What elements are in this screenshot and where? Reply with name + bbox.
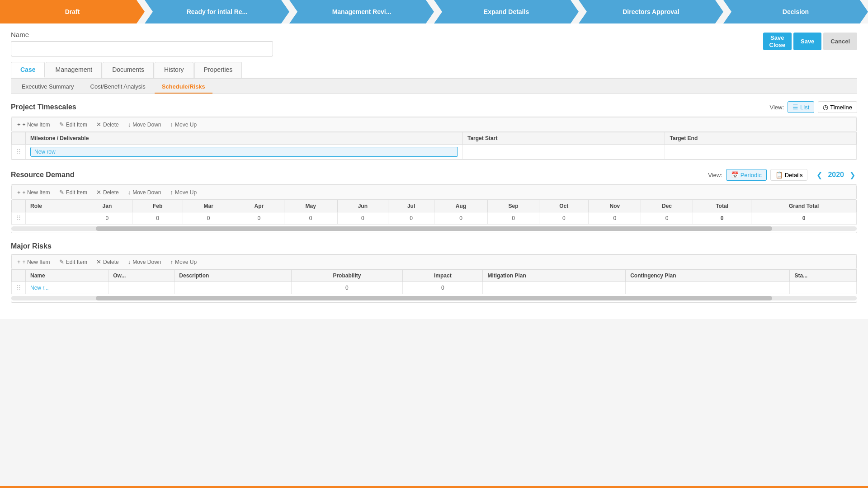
resource-new-item-button[interactable]: + + New Item [15,188,52,197]
scrollbar-thumb [96,226,772,231]
secondary-tabs: Executive Summary Cost/Benefit Analysis … [11,79,857,94]
resource-move-down-button[interactable]: ↓ Move Down [126,188,163,197]
workflow-step-ready[interactable]: Ready for intial Re... [145,0,289,23]
tab-cost-benefit[interactable]: Cost/Benefit Analysis [83,80,153,94]
major-risks-title: Major Risks [11,242,52,250]
tab-case[interactable]: Case [11,62,45,78]
project-timescales-header: Project Timescales View: ☰ List ◷ Timeli… [11,101,857,113]
resource-demand-header: Resource Demand View: 📅 Periodic 📋 Detai… [11,169,857,181]
risk-name-cell: New r... [30,285,49,291]
save-button[interactable]: Save [793,33,821,50]
col-risk-prob: Probability [291,270,402,282]
drag-handle-r[interactable]: ⠿ [16,215,21,222]
periodic-icon: 📅 [731,171,739,178]
tab-properties[interactable]: Properties [194,62,242,78]
move-up-icon: ↑ [170,121,174,128]
workflow-step-draft[interactable]: Draft [0,0,145,23]
risks-move-up-button[interactable]: ↑ Move Up [169,258,199,266]
risks-new-item-button[interactable]: + + New Item [15,258,52,266]
name-row: Name Save Close Save Cancel [11,31,857,56]
col-risk-status: Sta... [790,270,857,282]
view-timeline-button[interactable]: ◷ Timeline [818,101,857,113]
move-up-icon-r: ↑ [170,189,174,196]
tab-schedule-risks[interactable]: Schedule/Risks [155,80,212,94]
col-risk-desc: Description [175,270,291,282]
risk-prob-cell: 0 [291,282,402,294]
major-risks-table-wrapper: + + New Item ✎ Edit Item ✕ Delete ↓ Move… [11,254,857,303]
workflow-step-decision[interactable]: Decision [723,0,868,23]
details-icon: 📋 [775,171,783,178]
col-jun: Jun [337,200,388,212]
action-buttons: Save Close Save Cancel [763,33,857,50]
workflow-step-directors[interactable]: Directors Approval [579,0,723,23]
name-label: Name [11,31,763,38]
move-down-icon-rk: ↓ [128,258,131,265]
timescales-move-down-button[interactable]: ↓ Move Down [126,120,163,129]
table-row: ⠿ 0 0 0 0 0 0 0 0 0 0 0 [12,212,857,225]
delete-icon-rk: ✕ [96,258,101,265]
col-feb: Feb [132,200,183,212]
col-aug: Aug [434,200,488,212]
risks-scrollbar-thumb [96,296,772,300]
move-up-icon-rk: ↑ [170,258,174,265]
workflow-step-expand[interactable]: Expand Details [434,0,579,23]
new-icon-rk: + [17,258,21,265]
save-close-button[interactable]: Save Close [763,33,792,50]
year-label: 2020 [828,171,844,179]
resource-move-up-button[interactable]: ↑ Move Up [169,188,199,197]
tab-documents[interactable]: Documents [103,62,154,78]
timescales-move-up-button[interactable]: ↑ Move Up [169,120,199,129]
tab-history[interactable]: History [155,62,193,78]
col-risk-mitigation: Mitigation Plan [483,270,626,282]
year-prev-button[interactable]: ❮ [815,171,824,179]
risks-delete-button[interactable]: ✕ Delete [94,258,121,266]
timescales-new-item-button[interactable]: + + New Item [15,120,52,129]
workflow-bar: Draft Ready for intial Re... Management … [0,0,868,23]
view-label-timescales: View: [770,104,784,111]
drag-handle[interactable]: ⠿ [16,148,21,155]
project-timescales-section: Project Timescales View: ☰ List ◷ Timeli… [11,101,857,160]
table-row: ⠿ New r... 0 0 [12,282,857,294]
col-risk-contingency: Contingency Plan [626,270,790,282]
view-list-button[interactable]: ☰ List [788,101,814,113]
edit-icon-rk: ✎ [59,258,64,265]
tab-executive-summary[interactable]: Executive Summary [14,80,81,94]
new-icon-r: + [17,189,21,196]
col-may: May [284,200,337,212]
year-next-button[interactable]: ❯ [848,171,857,179]
resource-demand-scrollbar[interactable] [11,226,857,231]
timescales-edit-item-button[interactable]: ✎ Edit Item [57,120,89,129]
col-target-start: Target Start [462,132,665,145]
move-down-icon: ↓ [128,121,131,128]
timescales-delete-button[interactable]: ✕ Delete [94,120,121,129]
risks-move-down-button[interactable]: ↓ Move Down [126,258,163,266]
col-milestone: Milestone / Deliverable [26,132,463,145]
project-timescales-toolbar: + + New Item ✎ Edit Item ✕ Delete ↓ Move… [11,117,857,132]
view-periodic-button[interactable]: 📅 Periodic [726,169,767,181]
resource-delete-button[interactable]: ✕ Delete [94,188,121,197]
primary-tabs: Case Management Documents History Proper… [11,62,857,79]
major-risks-scrollbar[interactable] [11,296,857,300]
delete-icon: ✕ [96,121,101,128]
col-role: Role [26,200,82,212]
main-content: Name Save Close Save Cancel Case Managem… [0,23,868,319]
view-details-button[interactable]: 📋 Details [770,169,808,181]
name-section: Name [11,31,763,56]
table-row: ⠿ [12,145,857,160]
cancel-button[interactable]: Cancel [823,33,857,50]
resource-edit-item-button[interactable]: ✎ Edit Item [57,188,89,197]
milestone-input[interactable] [30,147,458,157]
tab-management[interactable]: Management [46,62,102,78]
col-risk-owner: Ow... [108,270,175,282]
workflow-step-management[interactable]: Management Revi... [289,0,434,23]
name-input[interactable] [11,41,273,56]
risks-edit-item-button[interactable]: ✎ Edit Item [57,258,89,266]
resource-demand-title: Resource Demand [11,171,75,179]
col-jul: Jul [388,200,434,212]
project-timescales-view-toggle: View: ☰ List ◷ Timeline [770,101,857,113]
year-nav: ❮ 2020 ❯ [815,171,857,179]
view-label-resource: View: [708,172,722,178]
col-apr: Apr [234,200,284,212]
drag-handle-rk[interactable]: ⠿ [16,284,21,291]
edit-icon-r: ✎ [59,189,64,196]
